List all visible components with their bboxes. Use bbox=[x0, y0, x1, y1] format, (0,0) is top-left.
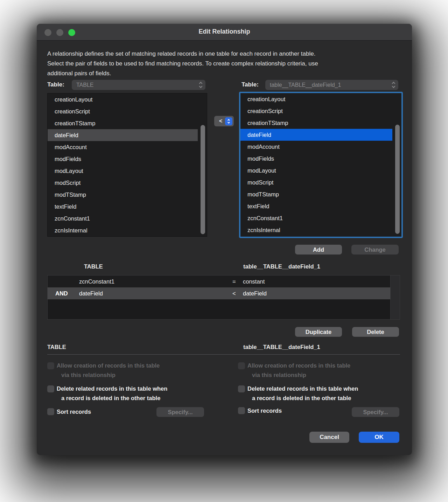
operator-value: < bbox=[219, 118, 225, 124]
list-item[interactable]: textField bbox=[240, 200, 392, 212]
window-title: Edit Relationship bbox=[37, 28, 412, 35]
ok-button[interactable]: OK bbox=[359, 432, 399, 443]
specify-button-left: Specify... bbox=[156, 407, 204, 417]
left-table-dropdown-value: TABLE bbox=[76, 82, 197, 88]
allow-creation-checkbox-left bbox=[47, 362, 54, 369]
delete-related-checkbox-left[interactable] bbox=[47, 385, 54, 392]
criteria-operator: < bbox=[232, 290, 243, 297]
allow-creation-line2: via this relationship bbox=[57, 370, 160, 380]
criteria-left-field: dateField bbox=[79, 290, 232, 297]
list-item[interactable]: zcnIsInternal bbox=[48, 224, 198, 236]
cancel-button[interactable]: Cancel bbox=[309, 432, 349, 443]
list-item[interactable]: zcnConstant1 bbox=[240, 212, 392, 224]
scrollbar[interactable] bbox=[390, 276, 400, 319]
right-table-dropdown-value: table__TABLE__dateField_1 bbox=[270, 82, 390, 88]
scrollbar[interactable] bbox=[198, 93, 207, 236]
dialog-description: A relationship defines the set of matchi… bbox=[47, 49, 402, 78]
criteria-table[interactable]: zcnConstant1 = constant AND dateField < … bbox=[47, 275, 400, 320]
delete-related-line2: a record is deleted in the other table bbox=[57, 393, 167, 403]
allow-creation-label-left: Allow creation of records in this table … bbox=[57, 361, 160, 380]
description-line: Select the pair of fields to be used to … bbox=[47, 59, 402, 69]
left-table-label: Table: bbox=[47, 81, 64, 88]
delete-related-label-left: Delete related records in this table whe… bbox=[57, 384, 167, 403]
criteria-conjunction: AND bbox=[48, 290, 79, 297]
criteria-right-field: dateField bbox=[243, 290, 390, 297]
chevron-up-down-icon bbox=[392, 82, 395, 88]
allow-creation-line1: Allow creation of records in this table bbox=[247, 361, 350, 370]
edit-relationship-dialog: Edit Relationship A relationship defines… bbox=[37, 24, 412, 455]
criteria-operator: = bbox=[232, 278, 243, 285]
list-item[interactable]: modLayout bbox=[240, 165, 392, 176]
description-line: A relationship defines the set of matchi… bbox=[47, 49, 402, 59]
criteria-row-selected[interactable]: AND dateField < dateField bbox=[48, 287, 390, 299]
specify-button-right: Specify... bbox=[352, 407, 399, 417]
list-item[interactable]: modTStamp bbox=[240, 188, 392, 200]
allow-creation-line1: Allow creation of records in this table bbox=[57, 361, 160, 370]
list-item[interactable]: modFields bbox=[240, 153, 392, 165]
add-button[interactable]: Add bbox=[295, 245, 342, 255]
allow-creation-label-right: Allow creation of records in this table … bbox=[247, 361, 350, 380]
criteria-right-field: constant bbox=[243, 278, 390, 285]
list-item[interactable]: modFields bbox=[48, 153, 198, 165]
right-table-label: Table: bbox=[241, 81, 259, 88]
right-field-list-focus-ring: creationLayout creationScript creationTS… bbox=[239, 92, 403, 238]
list-item[interactable]: zcnIsInternal bbox=[240, 224, 392, 236]
delete-related-checkbox-right[interactable] bbox=[238, 385, 245, 392]
divider bbox=[47, 354, 400, 355]
list-item-selected[interactable]: dateField bbox=[48, 129, 198, 141]
left-field-list[interactable]: creationLayout creationScript creationTS… bbox=[47, 93, 207, 237]
right-field-list[interactable]: creationLayout creationScript creationTS… bbox=[240, 93, 401, 237]
sort-records-checkbox-right[interactable] bbox=[238, 407, 245, 414]
list-item[interactable]: creationScript bbox=[240, 105, 392, 117]
list-item-selected[interactable]: dateField bbox=[240, 129, 392, 141]
allow-creation-checkbox-right bbox=[238, 362, 245, 369]
chevron-up-down-icon bbox=[225, 117, 232, 125]
criteria-left-field: zcnConstant1 bbox=[79, 278, 232, 285]
list-item[interactable]: modScript bbox=[240, 176, 392, 188]
left-table-dropdown[interactable]: TABLE bbox=[72, 80, 205, 90]
list-item[interactable]: textField bbox=[48, 201, 198, 212]
delete-related-label-right: Delete related records in this table whe… bbox=[247, 384, 358, 403]
criteria-row[interactable]: zcnConstant1 = constant bbox=[48, 276, 390, 287]
list-item[interactable]: modAccount bbox=[240, 141, 392, 153]
duplicate-button[interactable]: Duplicate bbox=[295, 327, 342, 337]
allow-creation-line2: via this relationship bbox=[247, 370, 350, 380]
right-table-dropdown[interactable]: table__TABLE__dateField_1 bbox=[265, 80, 398, 90]
list-item[interactable]: modScript bbox=[48, 177, 198, 189]
list-item[interactable]: modAccount bbox=[48, 141, 198, 153]
list-item[interactable]: creationTStamp bbox=[240, 117, 392, 129]
scrollbar-thumb[interactable] bbox=[395, 125, 400, 234]
delete-related-line2: a record is deleted in the other table bbox=[247, 393, 358, 403]
list-item[interactable]: zcnConstant1 bbox=[48, 212, 198, 224]
options-left-header: TABLE bbox=[47, 344, 66, 350]
change-button: Change bbox=[351, 245, 399, 255]
list-item[interactable]: modTStamp bbox=[48, 189, 198, 201]
description-line: additional pairs of fields. bbox=[47, 69, 402, 78]
chevron-up-down-icon bbox=[200, 82, 202, 88]
criteria-left-header: TABLE bbox=[84, 263, 103, 270]
list-item[interactable]: modLayout bbox=[48, 165, 198, 177]
delete-related-line1: Delete related records in this table whe… bbox=[57, 384, 167, 393]
scrollbar-thumb[interactable] bbox=[201, 125, 205, 234]
options-right-header: table__TABLE__dateField_1 bbox=[243, 344, 320, 350]
scrollbar[interactable] bbox=[392, 93, 401, 237]
sort-records-label-left: Sort records bbox=[57, 407, 91, 417]
list-item[interactable]: creationLayout bbox=[48, 93, 198, 105]
criteria-right-header: table__TABLE__dateField_1 bbox=[194, 263, 369, 270]
titlebar: Edit Relationship bbox=[37, 24, 412, 41]
delete-related-line1: Delete related records in this table whe… bbox=[247, 384, 358, 393]
sort-records-checkbox-left[interactable] bbox=[47, 408, 54, 415]
list-item[interactable]: creationTStamp bbox=[48, 117, 198, 129]
list-item[interactable]: creationLayout bbox=[240, 93, 392, 105]
delete-button[interactable]: Delete bbox=[352, 327, 399, 337]
operator-dropdown[interactable]: < bbox=[214, 116, 234, 126]
list-item[interactable]: creationScript bbox=[48, 105, 198, 117]
sort-records-label-right: Sort records bbox=[247, 406, 282, 416]
